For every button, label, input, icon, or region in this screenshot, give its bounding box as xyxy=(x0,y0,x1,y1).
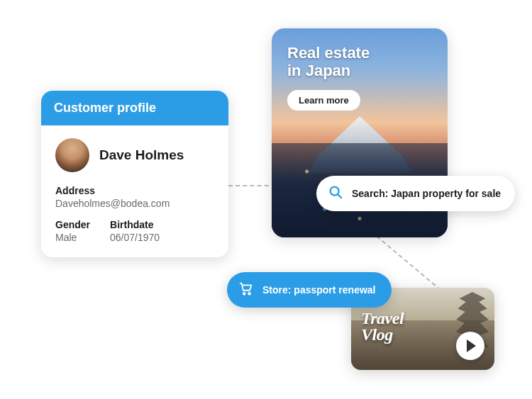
svg-point-2 xyxy=(243,293,245,295)
profile-identity-row: Dave Holmes xyxy=(55,138,214,172)
learn-more-button[interactable]: Learn more xyxy=(287,90,360,111)
birthdate-field: Birthdate 06/07/1970 xyxy=(110,219,160,243)
play-button[interactable] xyxy=(456,332,484,360)
vlog-title: Travel Vlog xyxy=(361,310,404,343)
gender-label: Gender xyxy=(55,219,90,230)
svg-line-1 xyxy=(338,195,342,198)
address-value: Daveholmes@bodea.com xyxy=(55,198,214,209)
search-pill[interactable]: Search: Japan property for sale xyxy=(316,176,515,211)
profile-name: Dave Holmes xyxy=(99,147,184,164)
svg-point-0 xyxy=(331,187,339,196)
profile-body: Dave Holmes Address Daveholmes@bodea.com… xyxy=(41,125,228,257)
search-icon xyxy=(328,184,343,203)
real-estate-title-line2: in Japan xyxy=(287,62,350,79)
customer-profile-card: Customer profile Dave Holmes Address Dav… xyxy=(41,91,228,257)
address-label: Address xyxy=(55,185,214,196)
real-estate-title: Real estate in Japan xyxy=(287,44,432,80)
cart-icon xyxy=(238,281,254,299)
birthdate-label: Birthdate xyxy=(110,219,160,230)
avatar xyxy=(55,138,89,172)
real-estate-content: Real estate in Japan Learn more xyxy=(272,28,448,126)
profile-columns: Gender Male Birthdate 06/07/1970 xyxy=(55,219,214,243)
svg-point-3 xyxy=(248,293,250,295)
profile-header: Customer profile xyxy=(41,91,228,125)
gender-field: Gender Male xyxy=(55,219,90,243)
search-text: Search: Japan property for sale xyxy=(352,188,501,199)
gender-value: Male xyxy=(55,232,90,243)
real-estate-title-line1: Real estate xyxy=(287,44,370,62)
address-field: Address Daveholmes@bodea.com xyxy=(55,185,214,209)
store-text: Store: passport renewal xyxy=(262,284,376,296)
play-icon xyxy=(467,339,476,352)
store-pill[interactable]: Store: passport renewal xyxy=(227,272,392,308)
vlog-title-line2: Vlog xyxy=(361,325,393,344)
birthdate-value: 06/07/1970 xyxy=(110,232,160,243)
